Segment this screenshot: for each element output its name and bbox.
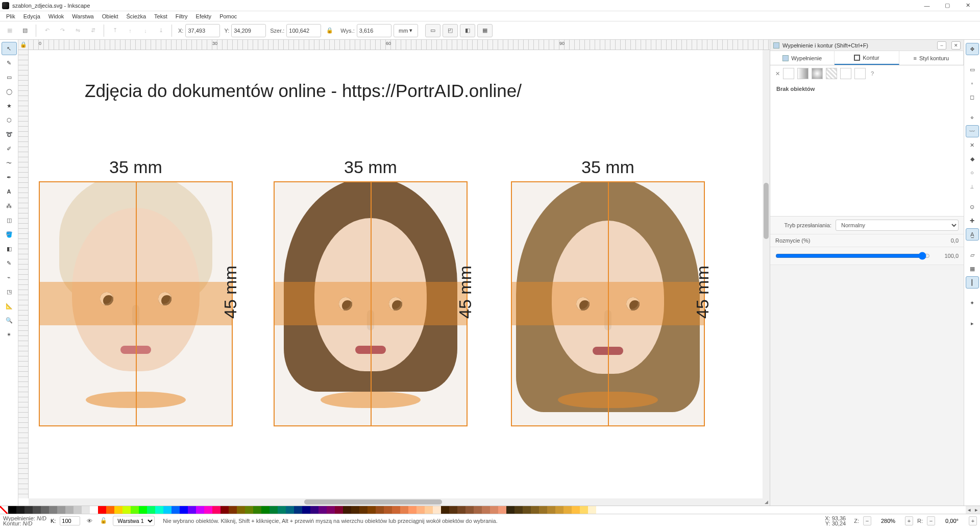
ruler-horizontal[interactable]: 0 30 60 90 (29, 40, 770, 50)
palette-swatch[interactable] (506, 506, 514, 514)
palette-swatch[interactable] (270, 506, 278, 514)
snap-page-border-icon[interactable]: ▱ (966, 249, 979, 261)
rotate-cw-button[interactable]: + (969, 516, 977, 525)
snap-bbox-corner-icon[interactable]: ◻ (966, 91, 979, 103)
palette-swatch[interactable] (286, 506, 294, 514)
menu-view[interactable]: Widok (45, 12, 67, 20)
palette-swatch[interactable] (41, 506, 49, 514)
blend-select[interactable]: Normalny (836, 220, 959, 231)
coord-x-input[interactable] (185, 24, 220, 37)
palette-swatch[interactable] (416, 506, 425, 514)
snap-misc-icon[interactable]: ✦ (966, 297, 979, 309)
palette-swatch[interactable] (588, 506, 596, 514)
palette-swatch[interactable] (547, 506, 555, 514)
dropper-tool-icon[interactable]: ✎ (2, 256, 17, 270)
palette-swatch[interactable] (359, 506, 368, 514)
scrollbar-vertical[interactable] (763, 50, 770, 498)
palette-swatch[interactable] (98, 506, 106, 514)
paint-flat-icon[interactable] (783, 68, 794, 79)
tweak-tool-icon[interactable]: ✴ (2, 328, 17, 341)
rect-tool-icon[interactable]: ▭ (2, 70, 17, 84)
paint-unknown-icon[interactable] (854, 68, 866, 79)
rotate-ccw-icon[interactable]: ↶ (40, 24, 54, 37)
snap-enable-icon[interactable]: ❖ (966, 43, 979, 55)
menu-file[interactable]: Plik (3, 12, 18, 20)
paint-pattern-icon[interactable] (826, 68, 837, 79)
flip-v-icon[interactable]: ⇵ (86, 24, 100, 37)
palette-swatch[interactable] (147, 506, 155, 514)
palette-swatch[interactable] (384, 506, 392, 514)
raise-top-icon[interactable]: ⤒ (108, 24, 121, 37)
palette-swatch[interactable] (139, 506, 147, 514)
palette-swatch[interactable] (465, 506, 474, 514)
text-tool-icon[interactable]: A (2, 185, 17, 198)
palette-swatch[interactable] (408, 506, 416, 514)
palette-swatch[interactable] (580, 506, 588, 514)
palette-swatch[interactable] (90, 506, 98, 514)
palette-swatch[interactable] (327, 506, 335, 514)
palette-swatch[interactable] (514, 506, 523, 514)
palette-none-swatch[interactable] (0, 506, 8, 514)
palette-swatch[interactable] (523, 506, 531, 514)
close-button[interactable]: ✕ (958, 0, 978, 11)
lower-icon[interactable]: ↓ (139, 24, 152, 37)
affect-pattern-icon[interactable]: ▦ (477, 24, 493, 37)
palette-swatch[interactable] (498, 506, 506, 514)
snap-path-icon[interactable]: 〰 (966, 125, 979, 137)
scrollbar-horizontal[interactable] (29, 498, 763, 506)
palette-swatch[interactable] (449, 506, 457, 514)
paint-none-icon[interactable]: ✕ (775, 70, 780, 77)
tab-stroke-style[interactable]: ≡Styl konturu (899, 51, 964, 65)
paint-help-icon[interactable]: ? (871, 70, 874, 77)
palette-swatch[interactable] (122, 506, 131, 514)
ellipse-tool-icon[interactable]: ◯ (2, 85, 17, 98)
lower-bottom-icon[interactable]: ⤓ (154, 24, 167, 37)
snap-cusp-icon[interactable]: ◆ (966, 153, 979, 165)
calligraphy-tool-icon[interactable]: ✒ (2, 171, 17, 184)
menu-object[interactable]: Obiekt (99, 12, 121, 20)
connector-tool-icon[interactable]: ⌁ (2, 271, 17, 284)
palette-swatch[interactable] (302, 506, 310, 514)
palette-scroll-left-icon[interactable]: ◂ (966, 506, 973, 514)
measure-tool-icon[interactable]: 📐 (2, 299, 17, 313)
palette-swatch[interactable] (245, 506, 253, 514)
snap-intersection-icon[interactable]: ✕ (966, 139, 979, 151)
palette-swatch[interactable] (474, 506, 482, 514)
star-tool-icon[interactable]: ★ (2, 99, 17, 112)
opacity-slider[interactable] (775, 250, 930, 261)
palette-swatch[interactable] (457, 506, 465, 514)
rotate-cw-icon[interactable]: ↷ (56, 24, 69, 37)
status-opacity-input[interactable] (60, 516, 80, 525)
palette-swatch[interactable] (343, 506, 351, 514)
spiral-tool-icon[interactable]: ➰ (2, 128, 17, 141)
palette-swatch[interactable] (155, 506, 163, 514)
palette-swatch[interactable] (531, 506, 539, 514)
palette-swatch[interactable] (490, 506, 498, 514)
menu-edit[interactable]: Edycja (20, 12, 43, 20)
lock-ratio-icon[interactable]: 🔒 (323, 24, 336, 37)
palette-swatch[interactable] (376, 506, 384, 514)
snap-line-midpoint-icon[interactable]: ⟂ (966, 180, 979, 193)
palette-swatch[interactable] (24, 506, 33, 514)
palette-swatch[interactable] (278, 506, 286, 514)
menu-help[interactable]: Pomoc (216, 12, 240, 20)
palette-swatch[interactable] (114, 506, 122, 514)
box3d-tool-icon[interactable]: ⬡ (2, 113, 17, 127)
palette-swatch[interactable] (188, 506, 196, 514)
palette-scroll-right-icon[interactable]: ▸ (973, 506, 980, 514)
zoom-out-button[interactable]: − (863, 516, 871, 525)
affect-stroke-icon[interactable]: ▭ (425, 24, 440, 37)
palette-swatch[interactable] (229, 506, 237, 514)
affect-corners-icon[interactable]: ◰ (443, 24, 458, 37)
affect-gradient-icon[interactable]: ◧ (460, 24, 475, 37)
snap-object-center-icon[interactable]: ⊙ (966, 201, 979, 213)
coord-y-input[interactable] (231, 24, 266, 37)
canvas[interactable]: Zdjęcia do dokumentów online - https://P… (29, 50, 763, 498)
palette-swatch[interactable] (555, 506, 564, 514)
palette-swatch[interactable] (237, 506, 245, 514)
width-input[interactable] (286, 24, 321, 37)
bezier-tool-icon[interactable]: 〜 (2, 156, 17, 170)
eraser-tool-icon[interactable]: ◫ (2, 213, 17, 227)
flip-h-icon[interactable]: ⇋ (71, 24, 84, 37)
palette-swatch[interactable] (82, 506, 90, 514)
